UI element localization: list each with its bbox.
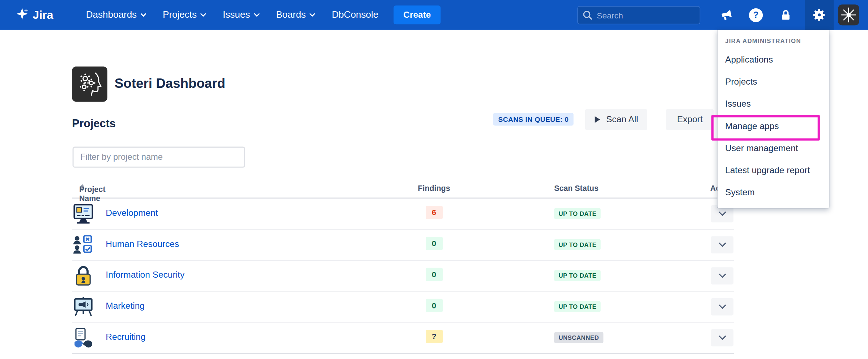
user-avatar[interactable]: [838, 4, 859, 25]
information-security-icon: [72, 265, 95, 287]
caret-down-icon: [141, 13, 146, 17]
row-actions-button[interactable]: [711, 329, 733, 346]
table-row: Marketing 0 UP TO DATE: [72, 292, 734, 323]
column-scan-status: Scan Status: [554, 184, 599, 192]
row-actions-button[interactable]: [711, 267, 733, 284]
soteri-logo: [72, 67, 107, 102]
search-box: [577, 6, 700, 24]
status-badge: UP TO DATE: [554, 270, 601, 281]
chevron-down-icon: [718, 242, 726, 247]
chevron-down-icon: [718, 336, 726, 341]
feedback-megaphone-icon[interactable]: [719, 8, 733, 22]
row-actions-button[interactable]: [711, 298, 733, 315]
human-resources-icon: [72, 234, 95, 256]
status-badge: UP TO DATE: [554, 239, 601, 250]
nav-dbconsole[interactable]: DbConsole: [324, 5, 387, 25]
menu-item-latest-upgrade-report[interactable]: Latest upgrade report: [718, 159, 829, 181]
caret-down-icon: [201, 13, 206, 17]
jira-window: Jira Dashboards Projects Issues Boards D…: [0, 0, 868, 359]
table-header: Project Name Findings Scan Status Action…: [72, 183, 734, 198]
search-input[interactable]: [577, 6, 700, 24]
search-icon: [582, 9, 593, 22]
jira-logo-icon: [16, 7, 29, 23]
create-button[interactable]: Create: [393, 5, 441, 24]
play-icon: [594, 116, 600, 123]
project-link[interactable]: Recruiting: [106, 332, 145, 342]
help-icon[interactable]: ?: [749, 8, 763, 22]
findings-badge: 0: [425, 299, 442, 312]
table-row: Recruiting ? UNSCANNED: [72, 322, 734, 354]
menu-item-projects[interactable]: Projects: [718, 71, 829, 93]
menu-item-user-management[interactable]: User management: [718, 137, 829, 159]
row-actions-button[interactable]: [711, 236, 733, 253]
table-row: Human Resources 0 UP TO DATE: [72, 230, 734, 261]
chevron-down-icon: [718, 273, 726, 278]
nav-boards[interactable]: Boards: [268, 5, 323, 25]
scan-all-label: Scan All: [606, 115, 638, 125]
caret-down-icon: [254, 13, 259, 17]
chevron-down-icon: [718, 304, 726, 309]
page-title: Soteri Dashboard: [115, 76, 225, 91]
recruiting-icon: [72, 326, 95, 349]
projects-heading: Projects: [72, 117, 116, 130]
marketing-icon: [72, 295, 95, 318]
lock-icon[interactable]: [778, 8, 793, 22]
project-link[interactable]: Information Security: [106, 270, 184, 280]
project-filter-input[interactable]: [73, 147, 246, 168]
findings-badge: 0: [425, 268, 442, 281]
nav-boards-label: Boards: [276, 9, 306, 21]
projects-table: Development 6 UP TO DATE Human Resources: [72, 198, 734, 354]
nav-dashboards-label: Dashboards: [86, 9, 137, 21]
development-icon: [72, 202, 95, 225]
scan-all-button[interactable]: Scan All: [585, 109, 647, 130]
findings-badge: ?: [425, 330, 442, 343]
jira-administration-menu: JIRA ADMINISTRATION Applications Project…: [718, 30, 829, 208]
menu-item-manage-apps[interactable]: Manage apps: [718, 115, 829, 137]
menu-item-applications[interactable]: Applications: [718, 49, 829, 71]
nav-projects-label: Projects: [163, 9, 197, 21]
navbar-right: ?: [577, 0, 868, 30]
chevron-down-icon: [718, 211, 726, 217]
findings-badge: 0: [425, 237, 442, 250]
table-row: Information Security 0 UP TO DATE: [72, 261, 734, 292]
table-row: Development 6 UP TO DATE: [72, 198, 734, 230]
project-link[interactable]: Marketing: [106, 301, 145, 311]
jira-home-link[interactable]: Jira: [16, 7, 54, 23]
menu-section-title: JIRA ADMINISTRATION: [718, 35, 829, 49]
nav-dashboards[interactable]: Dashboards: [78, 5, 154, 25]
status-badge: UP TO DATE: [554, 208, 601, 219]
menu-item-system[interactable]: System: [718, 181, 829, 204]
column-project-name[interactable]: Project Name: [79, 184, 85, 191]
menu-item-issues[interactable]: Issues: [718, 93, 829, 115]
column-findings: Findings: [401, 184, 467, 192]
top-navbar: Jira Dashboards Projects Issues Boards D…: [0, 0, 868, 30]
scans-in-queue-badge: SCANS IN QUEUE: 0: [493, 113, 574, 125]
project-link[interactable]: Human Resources: [106, 239, 179, 249]
project-link[interactable]: Development: [106, 208, 158, 218]
gear-icon: [812, 8, 826, 22]
export-button[interactable]: Export: [666, 109, 714, 130]
nav-issues-label: Issues: [223, 9, 250, 21]
status-badge: UNSCANNED: [554, 332, 603, 343]
nav-dbconsole-label: DbConsole: [332, 9, 379, 21]
status-badge: UP TO DATE: [554, 301, 601, 312]
main-nav: Dashboards Projects Issues Boards DbCons…: [78, 5, 387, 25]
findings-badge: 6: [425, 206, 442, 219]
caret-down-icon: [310, 13, 315, 17]
nav-projects[interactable]: Projects: [154, 5, 214, 25]
admin-gear-button[interactable]: [805, 0, 834, 30]
nav-issues[interactable]: Issues: [214, 5, 268, 25]
jira-brand-label: Jira: [33, 8, 53, 22]
